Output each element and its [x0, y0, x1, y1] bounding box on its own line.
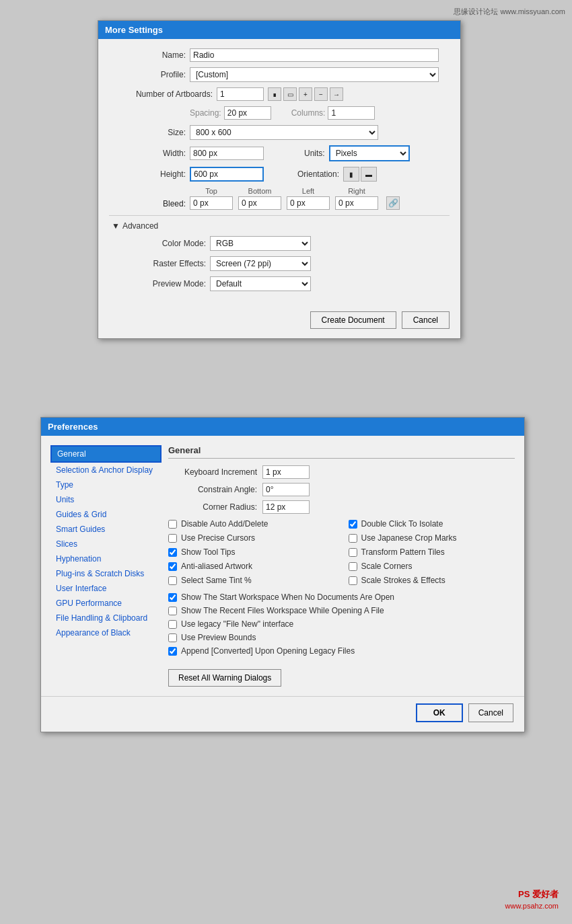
- check-japanese-crop-marks: Use Japanese Crop Marks: [349, 533, 515, 543]
- check-anti-aliased: Anti-aliased Artwork: [168, 562, 335, 571]
- advanced-toggle[interactable]: ▼ Advanced: [109, 221, 450, 231]
- sidebar-item-selection[interactable]: Selection & Anchor Display: [50, 463, 162, 477]
- show-tool-tips-checkbox[interactable]: [168, 548, 177, 557]
- disable-auto-add-checkbox[interactable]: [168, 520, 177, 529]
- use-precise-cursors-label: Use Precise Cursors: [181, 533, 255, 543]
- bleed-left-input[interactable]: [287, 196, 330, 210]
- bleed-bottom-input[interactable]: [238, 196, 281, 210]
- name-input[interactable]: [190, 48, 439, 62]
- preferences-content: General Keyboard Increment Constrain Ang…: [168, 445, 515, 687]
- sidebar-item-units[interactable]: Units: [50, 492, 162, 507]
- size-row: Size: 800 x 600: [109, 125, 450, 140]
- anti-aliased-checkbox[interactable]: [168, 562, 177, 571]
- sidebar-item-smart-guides[interactable]: Smart Guides: [50, 522, 162, 537]
- remove-col-icon[interactable]: −: [314, 87, 328, 101]
- create-document-button[interactable]: Create Document: [310, 311, 396, 329]
- sidebar-item-guides[interactable]: Guides & Grid: [50, 507, 162, 522]
- sidebar-item-ui[interactable]: User Interface: [50, 581, 162, 596]
- keyboard-increment-label: Keyboard Increment: [168, 467, 262, 477]
- sidebar-item-gpu[interactable]: GPU Performance: [50, 596, 162, 611]
- prefs-section-title: General: [168, 445, 515, 459]
- orientation-buttons: ▮ ▬: [343, 167, 377, 182]
- scale-corners-label: Scale Corners: [361, 562, 413, 571]
- constrain-angle-input[interactable]: [262, 483, 310, 496]
- show-tool-tips-label: Show Tool Tips: [181, 547, 236, 557]
- sidebar-item-file-handling[interactable]: File Handling & Clipboard: [50, 611, 162, 625]
- bleed-label: Bleed:: [109, 187, 190, 208]
- spacing-columns-row: Spacing: Columns:: [109, 106, 450, 120]
- prefs-ok-button[interactable]: OK: [416, 703, 463, 722]
- legacy-file-new-label: Use legacy "File New" interface: [181, 619, 293, 629]
- sidebar-item-type[interactable]: Type: [50, 477, 162, 492]
- bleed-top-input[interactable]: [190, 196, 233, 210]
- prefs-cancel-button[interactable]: Cancel: [468, 703, 513, 722]
- units-label: Units:: [304, 149, 325, 158]
- add-col-icon[interactable]: +: [299, 87, 312, 101]
- bleed-section: Bleed: Top Bottom Left Right 🔗: [109, 187, 450, 210]
- keyboard-increment-input[interactable]: [262, 465, 310, 479]
- artboard-icons: ∎ ▭ + − →: [268, 87, 343, 101]
- japanese-crop-marks-label: Use Japanese Crop Marks: [361, 533, 457, 543]
- use-preview-bounds-checkbox[interactable]: [168, 633, 177, 642]
- sidebar-item-general[interactable]: General: [50, 445, 162, 463]
- more-settings-cancel-button[interactable]: Cancel: [402, 311, 450, 329]
- show-recent-files-checkbox[interactable]: [168, 607, 177, 615]
- keyboard-increment-row: Keyboard Increment: [168, 465, 515, 479]
- constrain-angle-label: Constrain Angle:: [168, 485, 262, 494]
- height-label: Height:: [109, 169, 190, 179]
- arrow-right-icon[interactable]: →: [330, 87, 343, 101]
- use-precise-cursors-checkbox[interactable]: [168, 534, 177, 543]
- preferences-sidebar: General Selection & Anchor Display Type …: [50, 445, 162, 687]
- preview-mode-row: Preview Mode: Default: [109, 276, 450, 291]
- check-select-same-tint: Select Same Tint %: [168, 576, 335, 585]
- grid-row-icon[interactable]: ▭: [283, 87, 297, 101]
- reset-warning-dialogs-button[interactable]: Reset All Warning Dialogs: [168, 669, 281, 687]
- preferences-footer: OK Cancel: [41, 696, 524, 732]
- scale-strokes-label: Scale Strokes & Effects: [361, 576, 445, 585]
- append-converted-checkbox[interactable]: [168, 647, 177, 656]
- transform-pattern-label: Transform Pattern Tiles: [361, 547, 445, 557]
- sidebar-item-plugins[interactable]: Plug-ins & Scratch Disks: [50, 566, 162, 581]
- bleed-right-input[interactable]: [335, 196, 378, 210]
- bleed-link-button[interactable]: 🔗: [386, 196, 400, 210]
- size-select[interactable]: 800 x 600: [190, 125, 378, 140]
- spacing-label: Spacing:: [190, 108, 221, 118]
- check-scale-corners: Scale Corners: [349, 562, 515, 571]
- bleed-bottom-label: Bottom: [238, 187, 281, 195]
- check-double-click-isolate: Double Click To Isolate: [349, 519, 515, 529]
- artboards-input[interactable]: [217, 87, 264, 101]
- profile-select[interactable]: [Custom]: [190, 67, 439, 82]
- scale-corners-checkbox[interactable]: [349, 562, 357, 571]
- columns-label: Columns:: [291, 108, 326, 118]
- sidebar-item-hyphenation[interactable]: Hyphenation: [50, 551, 162, 566]
- legacy-file-new-checkbox[interactable]: [168, 620, 177, 629]
- check-show-tool-tips: Show Tool Tips: [168, 547, 335, 557]
- sidebar-item-slices[interactable]: Slices: [50, 537, 162, 551]
- prefs-left-col: Disable Auto Add/Delete Use Precise Curs…: [168, 519, 335, 590]
- grid-4-icon[interactable]: ∎: [268, 87, 281, 101]
- show-start-workspace-label: Show The Start Workspace When No Documen…: [181, 592, 394, 602]
- show-recent-files-label: Show The Recent Files Workspace While Op…: [181, 606, 384, 615]
- double-click-isolate-checkbox[interactable]: [349, 520, 357, 529]
- transform-pattern-checkbox[interactable]: [349, 548, 357, 557]
- corner-radius-row: Corner Radius:: [168, 500, 515, 514]
- artboards-label: Number of Artboards:: [109, 89, 217, 99]
- scale-strokes-checkbox[interactable]: [349, 576, 357, 585]
- width-input[interactable]: [190, 147, 264, 160]
- advanced-arrow-icon: ▼: [112, 221, 120, 231]
- raster-effects-select[interactable]: Screen (72 ppi): [210, 256, 311, 271]
- show-start-workspace-checkbox[interactable]: [168, 593, 177, 602]
- disable-auto-add-label: Disable Auto Add/Delete: [181, 519, 268, 529]
- japanese-crop-marks-checkbox[interactable]: [349, 534, 357, 543]
- sidebar-item-appearance[interactable]: Appearance of Black: [50, 625, 162, 640]
- color-mode-select[interactable]: RGB: [210, 236, 311, 251]
- select-same-tint-checkbox[interactable]: [168, 576, 177, 585]
- preview-mode-select[interactable]: Default: [210, 276, 311, 291]
- corner-radius-input[interactable]: [262, 500, 310, 514]
- watermark-bottom: PS 爱好者www.psahz.com: [505, 888, 559, 911]
- height-input[interactable]: [190, 167, 264, 182]
- profile-row: Profile: [Custom]: [109, 67, 450, 82]
- portrait-button[interactable]: ▮: [343, 167, 359, 182]
- landscape-button[interactable]: ▬: [361, 167, 377, 182]
- units-select[interactable]: Pixels: [329, 145, 410, 161]
